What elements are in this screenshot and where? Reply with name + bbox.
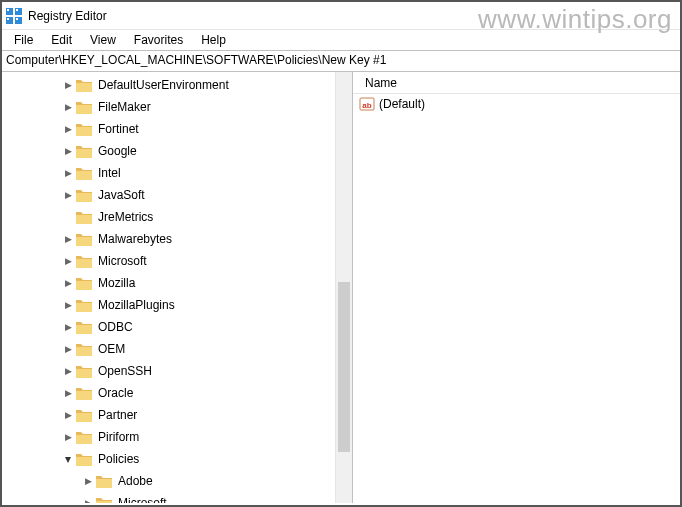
column-name[interactable]: Name	[359, 74, 403, 92]
tree-item-label: Mozilla	[96, 275, 137, 291]
svg-text:ab: ab	[362, 101, 371, 110]
menu-help[interactable]: Help	[193, 31, 234, 49]
folder-icon	[76, 409, 92, 422]
regedit-icon	[6, 8, 22, 24]
expand-icon[interactable]: ▶	[62, 168, 74, 178]
tree-item-label: Microsoft	[116, 495, 169, 503]
tree-item-label: Malwarebytes	[96, 231, 174, 247]
tree-item[interactable]: ▶ Mozilla	[2, 272, 335, 294]
tree-item-label: JreMetrics	[96, 209, 155, 225]
tree-item[interactable]: ▶ Google	[2, 140, 335, 162]
tree-pane: ▶ DefaultUserEnvironment▶ FileMaker▶ For…	[2, 72, 353, 503]
tree-item-label: Policies	[96, 451, 141, 467]
expand-icon[interactable]: ▶	[62, 410, 74, 420]
tree-item[interactable]: ▶ JavaSoft	[2, 184, 335, 206]
tree-item-label: DefaultUserEnvironment	[96, 77, 231, 93]
tree-item[interactable]: ▶ Fortinet	[2, 118, 335, 140]
folder-icon	[76, 145, 92, 158]
tree-item[interactable]: ▶ MozillaPlugins	[2, 294, 335, 316]
expand-icon[interactable]: ▶	[62, 300, 74, 310]
svg-rect-6	[7, 18, 9, 20]
folder-icon	[76, 343, 92, 356]
tree-item-label: OpenSSH	[96, 363, 154, 379]
title-bar: Registry Editor	[2, 2, 680, 30]
expand-icon[interactable]: ▶	[62, 322, 74, 332]
folder-icon	[76, 299, 92, 312]
tree-item[interactable]: ▶ FileMaker	[2, 96, 335, 118]
tree-item[interactable]: ▶ Microsoft	[2, 492, 335, 503]
tree-item-label: ODBC	[96, 319, 135, 335]
folder-icon	[76, 453, 92, 466]
folder-icon	[76, 101, 92, 114]
expand-icon[interactable]: ▶	[82, 498, 94, 503]
tree-scrollbar-thumb[interactable]	[338, 282, 350, 452]
svg-rect-7	[16, 18, 18, 20]
menu-favorites[interactable]: Favorites	[126, 31, 191, 49]
expand-icon[interactable]: ▶	[62, 432, 74, 442]
expand-icon[interactable]: ▶	[62, 256, 74, 266]
expand-icon[interactable]: ▶	[62, 102, 74, 112]
expand-icon[interactable]: ▶	[62, 80, 74, 90]
tree-item-label: Adobe	[116, 473, 155, 489]
folder-icon	[76, 277, 92, 290]
expand-icon[interactable]: ▶	[62, 388, 74, 398]
value-row-default[interactable]: ab (Default)	[353, 94, 680, 114]
expand-icon[interactable]: ▶	[62, 366, 74, 376]
content-area: ▶ DefaultUserEnvironment▶ FileMaker▶ For…	[2, 72, 680, 503]
folder-icon	[76, 211, 92, 224]
tree-item[interactable]: ▶ Adobe	[2, 470, 335, 492]
tree-item-label: FileMaker	[96, 99, 153, 115]
folder-icon	[76, 233, 92, 246]
tree-item[interactable]: ▶ OpenSSH	[2, 360, 335, 382]
tree-item-label: Piriform	[96, 429, 141, 445]
tree-item[interactable]: ▶ Partner	[2, 404, 335, 426]
value-header[interactable]: Name	[353, 72, 680, 94]
menu-edit[interactable]: Edit	[43, 31, 80, 49]
collapse-icon[interactable]: ▾	[62, 452, 74, 466]
expand-icon[interactable]: ▶	[82, 476, 94, 486]
registry-tree[interactable]: ▶ DefaultUserEnvironment▶ FileMaker▶ For…	[2, 72, 335, 503]
tree-item-label: Fortinet	[96, 121, 141, 137]
folder-icon	[76, 167, 92, 180]
expand-icon[interactable]: ▶	[62, 234, 74, 244]
tree-item[interactable]: ▶ Intel	[2, 162, 335, 184]
folder-icon	[96, 475, 112, 488]
svg-rect-5	[16, 9, 18, 11]
expand-icon[interactable]: ▶	[62, 190, 74, 200]
folder-icon	[76, 189, 92, 202]
string-value-icon: ab	[359, 96, 375, 112]
window-title: Registry Editor	[28, 9, 107, 23]
expand-icon[interactable]: ▶	[62, 344, 74, 354]
folder-icon	[76, 255, 92, 268]
tree-item[interactable]: ▶ Piriform	[2, 426, 335, 448]
tree-item-label: Microsoft	[96, 253, 149, 269]
tree-item-label: Oracle	[96, 385, 135, 401]
tree-item-label: Intel	[96, 165, 123, 181]
folder-icon	[76, 123, 92, 136]
tree-item-label: Partner	[96, 407, 139, 423]
tree-item[interactable]: ▾ Policies	[2, 448, 335, 470]
folder-icon	[76, 365, 92, 378]
address-bar[interactable]: Computer\HKEY_LOCAL_MACHINE\SOFTWARE\Pol…	[2, 50, 680, 72]
folder-icon	[76, 321, 92, 334]
tree-item[interactable]: JreMetrics	[2, 206, 335, 228]
tree-item-label: JavaSoft	[96, 187, 147, 203]
folder-icon	[96, 497, 112, 504]
tree-scrollbar[interactable]	[335, 72, 352, 503]
expand-icon[interactable]: ▶	[62, 278, 74, 288]
menu-file[interactable]: File	[6, 31, 41, 49]
expand-icon[interactable]: ▶	[62, 124, 74, 134]
menu-view[interactable]: View	[82, 31, 124, 49]
folder-icon	[76, 431, 92, 444]
expand-icon[interactable]: ▶	[62, 146, 74, 156]
folder-icon	[76, 387, 92, 400]
tree-item-label: Google	[96, 143, 139, 159]
value-pane: Name ab (Default)	[353, 72, 680, 503]
tree-item[interactable]: ▶ OEM	[2, 338, 335, 360]
tree-item[interactable]: ▶ ODBC	[2, 316, 335, 338]
tree-item[interactable]: ▶ Microsoft	[2, 250, 335, 272]
tree-item[interactable]: ▶ Oracle	[2, 382, 335, 404]
tree-item-label: MozillaPlugins	[96, 297, 177, 313]
tree-item[interactable]: ▶ DefaultUserEnvironment	[2, 74, 335, 96]
tree-item[interactable]: ▶ Malwarebytes	[2, 228, 335, 250]
